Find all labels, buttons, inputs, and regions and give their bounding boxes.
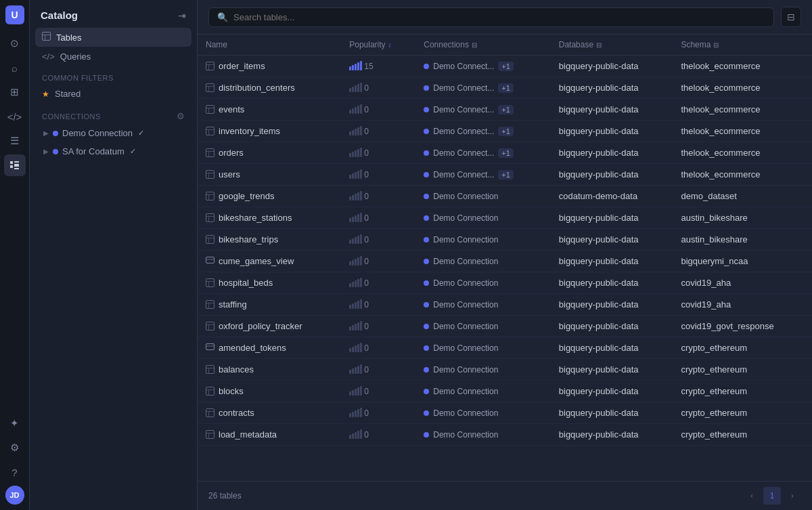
filter-button[interactable]: ⊟ — [781, 7, 801, 27]
search-input[interactable] — [233, 12, 765, 22]
connection-dot-2 — [53, 149, 58, 154]
table-row[interactable]: oxford_policy_tracker0Demo Connectionbig… — [198, 316, 812, 337]
cell-popularity: 0 — [341, 251, 415, 272]
col-connections[interactable]: Connections ⊟ — [415, 35, 551, 56]
bar-chart — [349, 62, 362, 70]
conn-dot — [424, 237, 429, 242]
table-row[interactable]: load_metadata0Demo Connectionbigquery-pu… — [198, 424, 812, 446]
table-row[interactable]: cume_games_view0Demo Connectionbigquery-… — [198, 251, 812, 272]
settings-icon[interactable]: ⚙ — [4, 437, 26, 459]
ai-icon[interactable]: ✦ — [4, 412, 26, 434]
tables-label: Tables — [56, 33, 82, 43]
svg-rect-41 — [206, 301, 215, 309]
prev-page-button[interactable]: ‹ — [743, 487, 761, 505]
bar-4 — [357, 322, 359, 331]
connection-item-demo[interactable]: ▶ Demo Connection ✓ — [35, 124, 191, 142]
table-row[interactable]: order_items15Demo Connect...+1bigquery-p… — [198, 56, 812, 77]
cell-popularity: 0 — [341, 272, 415, 294]
bar-1 — [349, 370, 351, 374]
connection-name: Demo Connect... — [433, 148, 494, 158]
bar-5 — [360, 299, 362, 309]
help-icon[interactable]: ? — [4, 461, 26, 483]
bar-3 — [355, 64, 357, 70]
next-page-button[interactable]: › — [784, 487, 801, 505]
cell-connection: Demo Connection — [415, 251, 551, 272]
plus-badge: +1 — [498, 83, 514, 93]
svg-rect-6 — [43, 33, 51, 41]
cell-schema: crypto_ethereum — [673, 402, 812, 424]
table-row[interactable]: events0Demo Connect...+1bigquery-public-… — [198, 99, 812, 121]
catalog-icon[interactable] — [4, 154, 26, 176]
topbar: 🔍 ⊟ — [198, 0, 812, 35]
avatar[interactable]: JD — [5, 486, 24, 505]
col-schema[interactable]: Schema ⊟ — [673, 35, 812, 56]
docs-icon[interactable]: ☰ — [4, 130, 26, 152]
bar-chart — [349, 84, 362, 92]
connection-name: Demo Connect... — [433, 83, 494, 93]
bar-5 — [360, 429, 362, 439]
cell-connection: Demo Connect...+1 — [415, 56, 551, 77]
page-1-button[interactable]: 1 — [763, 487, 781, 505]
check-icon-2: ✓ — [130, 147, 136, 156]
table-row[interactable]: balances0Demo Connectionbigquery-public-… — [198, 359, 812, 381]
icon-bar-bottom: ✦ ⚙ ? JD — [4, 412, 26, 505]
svg-rect-58 — [206, 431, 215, 439]
cell-connection: Demo Connection — [415, 294, 551, 316]
explore-icon[interactable]: ⊞ — [4, 81, 26, 103]
bar-3 — [355, 389, 357, 396]
table-row[interactable]: bikeshare_trips0Demo Connectionbigquery-… — [198, 229, 812, 251]
table-row[interactable]: amended_tokens0Demo Connectionbigquery-p… — [198, 337, 812, 359]
col-database[interactable]: Database ⊟ — [551, 35, 673, 56]
sidebar-item-tables[interactable]: Tables — [35, 28, 191, 47]
sidebar-collapse-button[interactable]: ⇥ — [178, 10, 186, 21]
cell-schema: crypto_ethereum — [673, 381, 812, 402]
conn-dot — [424, 345, 429, 351]
sidebar-item-stared[interactable]: ★ Stared — [35, 85, 191, 103]
cell-name: google_trends — [198, 186, 341, 207]
cell-connection: Demo Connection — [415, 337, 551, 359]
sort-icon: ↕ — [388, 41, 392, 49]
bar-4 — [357, 366, 359, 374]
code-icon[interactable]: </> — [4, 106, 26, 127]
connection-name: Demo Connection — [433, 408, 498, 418]
cell-database: bigquery-public-data — [551, 294, 673, 316]
connection-item-sa[interactable]: ▶ SA for Codatum ✓ — [35, 142, 191, 161]
bar-3 — [355, 410, 357, 417]
connections-gear-icon[interactable]: ⚙ — [177, 111, 185, 121]
name-text: order_items — [219, 61, 265, 71]
col-name[interactable]: Name — [198, 35, 341, 56]
total-count: 26 tables — [208, 491, 242, 501]
cell-database: bigquery-public-data — [551, 99, 673, 121]
connection-name: Demo Connection — [433, 430, 498, 440]
table-row[interactable]: hospital_beds0Demo Connectionbigquery-pu… — [198, 272, 812, 294]
table-row[interactable]: orders0Demo Connect...+1bigquery-public-… — [198, 142, 812, 164]
bar-chart — [349, 431, 362, 439]
name-text: amended_tokens — [219, 343, 286, 353]
popularity-count: 0 — [364, 257, 369, 266]
cell-connection: Demo Connection — [415, 402, 551, 424]
cell-schema: crypto_ethereum — [673, 359, 812, 381]
table-row[interactable]: google_trends0Demo Connectioncodatum-dem… — [198, 186, 812, 207]
bar-chart — [349, 322, 362, 331]
table-row[interactable]: distribution_centers0Demo Connect...+1bi… — [198, 77, 812, 99]
table-row[interactable]: inventory_items0Demo Connect...+1bigquer… — [198, 121, 812, 142]
table-row[interactable]: bikeshare_stations0Demo Connectionbigque… — [198, 207, 812, 229]
bar-3 — [355, 280, 357, 287]
table-row[interactable]: blocks0Demo Connectionbigquery-public-da… — [198, 381, 812, 402]
bar-chart — [349, 344, 362, 352]
connection-name: Demo Connection — [433, 192, 498, 201]
sidebar-item-queries[interactable]: </> Queries — [35, 47, 191, 66]
table-row[interactable]: contracts0Demo Connectionbigquery-public… — [198, 402, 812, 424]
connection-name: Demo Connect... — [433, 127, 494, 136]
name-text: events — [219, 104, 244, 114]
table-row[interactable]: staffing0Demo Connectionbigquery-public-… — [198, 294, 812, 316]
conn-dot — [424, 129, 429, 134]
cell-schema: covid19_aha — [673, 294, 812, 316]
search-icon[interactable]: ⌕ — [4, 57, 26, 79]
table-row[interactable]: users0Demo Connect...+1bigquery-public-d… — [198, 164, 812, 186]
name-text: inventory_items — [219, 126, 280, 136]
bar-5 — [360, 104, 362, 114]
home-icon[interactable]: ⊙ — [4, 33, 26, 54]
col-popularity[interactable]: Popularity ↕ — [341, 35, 415, 56]
popularity-count: 0 — [364, 127, 369, 136]
